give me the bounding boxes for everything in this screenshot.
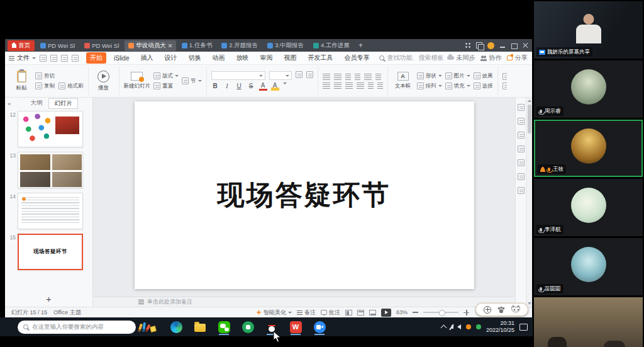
animation-pane-icon[interactable]: [518, 118, 525, 125]
bullets-icon[interactable]: [323, 74, 330, 80]
scroll-down-icon[interactable]: [528, 302, 531, 305]
slide-thumbnail-15-selected[interactable]: 15 现场答疑环节: [6, 234, 89, 270]
ribbon-tab-view[interactable]: 视图: [280, 52, 300, 64]
current-slide[interactable]: 现场答疑环节: [135, 101, 474, 289]
new-slide-button[interactable]: 新建幻灯片: [124, 72, 151, 90]
ribbon-tab-review[interactable]: 审阅: [256, 52, 276, 64]
picture-button[interactable]: 图片: [445, 72, 470, 80]
print-icon[interactable]: [50, 55, 57, 62]
slide-thumbnail-12[interactable]: 12: [6, 111, 89, 147]
theme-name[interactable]: Office 主题: [53, 309, 81, 317]
edge-app-icon[interactable]: [169, 319, 184, 335]
wps-app-icon[interactable]: [288, 319, 303, 335]
undo-icon[interactable]: [61, 55, 68, 62]
antivirus-tray-icon[interactable]: [466, 324, 471, 329]
justify-icon[interactable]: [357, 82, 364, 89]
tray-expand-icon[interactable]: [441, 325, 447, 331]
outline-tab[interactable]: 大纲: [25, 98, 47, 109]
home-tab[interactable]: 首页: [8, 40, 35, 51]
line-spacing-icon[interactable]: [364, 74, 372, 80]
underline-button[interactable]: U: [235, 82, 243, 91]
shape-button[interactable]: 形状: [417, 72, 442, 80]
vertical-scrollbar[interactable]: [526, 98, 532, 307]
smart-shape-icon[interactable]: [377, 82, 383, 89]
select-button[interactable]: 选择: [474, 82, 493, 90]
doc-tab-6[interactable]: 3.中期报告: [264, 40, 308, 51]
effect-button[interactable]: 效果: [474, 72, 493, 80]
maximize-button[interactable]: [511, 42, 517, 48]
zoom-slider[interactable]: [423, 312, 458, 313]
slides-tab[interactable]: 幻灯片: [48, 98, 78, 109]
object-properties-icon[interactable]: [518, 104, 525, 111]
indent-increase-icon[interactable]: [355, 74, 360, 80]
format-painter-button[interactable]: 格式刷: [58, 82, 84, 90]
file-explorer-app-icon[interactable]: [192, 319, 208, 335]
notes-toggle[interactable]: 备注: [297, 309, 316, 317]
doc-tab-5[interactable]: 2.开题报告: [218, 40, 262, 51]
section-button[interactable]: 节: [182, 77, 202, 85]
ribbon-tab-transition[interactable]: 切换: [184, 52, 204, 64]
compass-icon[interactable]: [484, 306, 491, 314]
layout-button[interactable]: 版式: [153, 72, 179, 80]
help-icon[interactable]: [518, 159, 525, 166]
participant-tile-6[interactable]: [534, 297, 643, 347]
align-center-icon[interactable]: [334, 82, 341, 89]
arrange-button[interactable]: 排列: [417, 82, 442, 90]
doc-tab-3-active[interactable]: 华设动员大: [125, 40, 176, 51]
ribbon-tab-islide[interactable]: iSlide: [110, 54, 133, 63]
green-app-icon[interactable]: [240, 319, 255, 335]
cut-button[interactable]: 剪切: [35, 72, 84, 80]
collaborate-button[interactable]: 协作: [480, 54, 501, 62]
desktop-pet-toolbar[interactable]: [475, 303, 528, 316]
more-tools-icon[interactable]: [502, 73, 507, 80]
zoom-out-button[interactable]: [413, 312, 418, 313]
doc-tab-4[interactable]: 1.任务书: [178, 40, 216, 51]
paste-button[interactable]: 粘贴: [11, 71, 32, 92]
ribbon-tab-member[interactable]: 会员专享: [340, 52, 373, 64]
taskbar-search-box[interactable]: 在这里输入你要搜索的内容: [18, 321, 136, 334]
align-right-icon[interactable]: [345, 82, 353, 89]
reading-view-icon[interactable]: [369, 310, 376, 316]
doc-tab-1[interactable]: PD Wei Sl: [36, 41, 79, 50]
indent-decrease-icon[interactable]: [345, 74, 351, 80]
copy-button[interactable]: 复制: [35, 82, 55, 90]
search-highlights-decoration[interactable]: [139, 322, 156, 332]
ribbon-tab-developer[interactable]: 开发工具: [304, 52, 336, 64]
play-slideshow-button[interactable]: 播放: [93, 71, 114, 92]
collapse-panel-button[interactable]: «: [8, 100, 11, 107]
text-direction-icon[interactable]: [375, 74, 381, 80]
file-menu[interactable]: 文件: [9, 54, 36, 62]
ribbon-tab-animation[interactable]: 动画: [208, 52, 228, 64]
redo-icon[interactable]: [72, 55, 79, 62]
ribbon-tab-slideshow[interactable]: 放映: [232, 52, 252, 64]
reset-button[interactable]: 重置: [153, 82, 179, 90]
cat-icon[interactable]: [511, 307, 520, 312]
chart-tools-icon[interactable]: [518, 187, 525, 194]
ribbon-search[interactable]: 查找功能、搜索模板: [379, 54, 443, 62]
close-button[interactable]: [522, 42, 528, 48]
save-icon[interactable]: [40, 55, 47, 62]
design-tools-icon[interactable]: [518, 132, 525, 139]
comment-pane-icon[interactable]: [518, 145, 525, 152]
chevron-down-icon[interactable]: [283, 82, 287, 84]
participant-tile-3-speaking[interactable]: 王牧: [534, 120, 643, 177]
minimize-button[interactable]: [499, 42, 506, 48]
comments-toggle[interactable]: 批注: [321, 309, 340, 317]
scrollbar-thumb[interactable]: [528, 105, 531, 134]
italic-button[interactable]: I: [223, 82, 231, 91]
notes-bar[interactable]: 单击此处添加备注: [93, 297, 515, 307]
doc-tab-7[interactable]: 4.工作进展: [309, 40, 353, 51]
bold-button[interactable]: B: [211, 82, 219, 91]
decrease-font-icon[interactable]: [306, 71, 313, 78]
textbox-button[interactable]: 文本框: [392, 72, 414, 90]
wechat-app-icon[interactable]: [216, 319, 231, 335]
slide-thumbnail-13[interactable]: 13: [6, 152, 89, 188]
taskbar-clock[interactable]: 20:31 2022/10/25: [486, 320, 514, 334]
zoom-in-button[interactable]: [464, 310, 469, 316]
numbering-icon[interactable]: [334, 74, 341, 80]
close-tab-icon[interactable]: [168, 43, 172, 48]
ribbon-tab-insert[interactable]: 插入: [136, 52, 157, 64]
tencent-meeting-app-icon[interactable]: [312, 319, 327, 335]
font-name-select[interactable]: [211, 71, 265, 80]
strikethrough-button[interactable]: S: [247, 82, 255, 91]
